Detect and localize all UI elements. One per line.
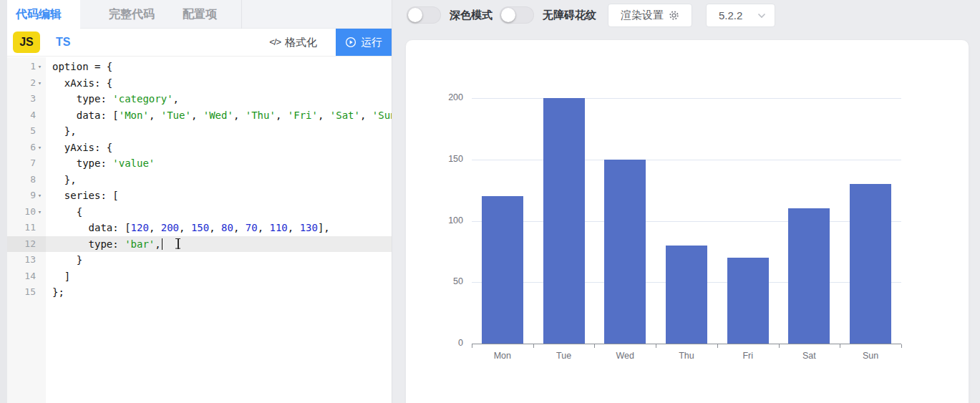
code-line-text: {	[46, 204, 82, 220]
editor-tab-bar: 代码编辑 完整代码 配置项	[7, 0, 392, 29]
version-value: 5.2.2	[719, 9, 742, 21]
line-number: 11	[7, 220, 46, 236]
line-number: 13	[7, 252, 46, 268]
toggle-knob	[408, 8, 422, 22]
chevron-down-icon	[757, 13, 766, 19]
x-axis-tick	[594, 344, 595, 348]
code-line-text: series: [	[46, 188, 119, 204]
code-line[interactable]: 9▾ series: [	[7, 188, 392, 204]
bar[interactable]	[543, 98, 585, 344]
code-line-text: },	[46, 123, 77, 140]
tab-separator	[241, 0, 242, 29]
fold-arrow-icon[interactable]: ▾	[36, 204, 44, 220]
x-axis-tick	[717, 344, 718, 348]
bar[interactable]	[482, 196, 523, 344]
code-line-text: }	[46, 252, 82, 268]
tab-code-edit[interactable]: 代码编辑	[16, 0, 62, 29]
code-line-text: type: 'category',	[46, 91, 179, 107]
x-axis-tick	[901, 344, 902, 348]
fold-arrow-icon[interactable]: ▾	[36, 75, 44, 92]
code-line-text: yAxis: {	[46, 140, 112, 156]
tab-config-options[interactable]: 配置项	[183, 0, 217, 29]
version-dropdown[interactable]: 5.2.2	[706, 4, 775, 27]
code-line[interactable]: 12 type: 'bar',	[7, 236, 392, 253]
code-line[interactable]: 13 }	[7, 252, 392, 268]
dark-mode-label: 深色模式	[450, 0, 493, 30]
code-line-text: xAxis: {	[46, 75, 112, 92]
x-axis-category-label: Sat	[779, 351, 840, 361]
code-lines: 1▾option = {2▾ xAxis: {3 type: 'category…	[7, 59, 392, 301]
preview-panel: 深色模式 无障碍花纹 渲染设置 5.2.2 050100150200MonTue…	[392, 0, 980, 403]
y-axis-tick-label: 100	[426, 215, 463, 225]
code-line-text: type: 'value'	[46, 155, 155, 172]
bar-chart[interactable]: 050100150200MonTueWedThuFriSatSun	[472, 98, 901, 344]
line-number: 6▾	[7, 140, 46, 156]
bar[interactable]	[604, 160, 646, 344]
y-axis-tick-label: 200	[426, 92, 463, 102]
code-format-icon: </>	[269, 29, 281, 56]
y-axis-tick-label: 50	[426, 276, 463, 286]
format-button-label: 格式化	[285, 29, 317, 56]
page-left-gutter	[0, 0, 7, 403]
x-axis-tick	[656, 344, 656, 348]
run-button[interactable]: 运行	[336, 29, 392, 56]
ts-language-button[interactable]: TS	[56, 31, 70, 53]
code-line[interactable]: 4 data: ['Mon', 'Tue', 'Wed', 'Thu', 'Fr…	[7, 107, 392, 124]
bar[interactable]	[727, 258, 769, 344]
code-line-text: option = {	[46, 59, 112, 75]
code-editor-panel: 代码编辑 完整代码 配置项 JS TS </> 格式化 运行 1▾option …	[7, 0, 392, 403]
code-line[interactable]: 1▾option = {	[7, 59, 392, 75]
line-number: 14	[7, 268, 46, 285]
code-line-text: },	[46, 172, 77, 188]
x-axis-line	[472, 344, 901, 344]
fold-arrow-icon[interactable]: ▾	[36, 140, 44, 156]
text-caret	[162, 238, 163, 250]
line-number: 5	[7, 123, 46, 140]
render-settings-button[interactable]: 渲染设置	[608, 4, 692, 27]
format-button[interactable]: </> 格式化	[269, 29, 317, 56]
line-number: 7	[7, 155, 46, 172]
x-axis-category-label: Mon	[472, 351, 533, 361]
code-line-text: data: [120, 200, 150, 80, 70, 110, 130],	[46, 220, 330, 236]
code-line[interactable]: 11 data: [120, 200, 150, 80, 70, 110, 13…	[7, 220, 392, 236]
editor-toolbar: JS TS </> 格式化 运行	[7, 29, 392, 57]
code-line-text: };	[46, 284, 64, 301]
code-line[interactable]: 14 ]	[7, 268, 392, 285]
bar[interactable]	[666, 246, 707, 344]
js-language-button[interactable]: JS	[13, 31, 40, 53]
line-number: 1▾	[7, 59, 46, 75]
code-line-text: data: ['Mon', 'Tue', 'Wed', 'Thu', 'Fri'…	[46, 107, 392, 124]
code-line[interactable]: 7 type: 'value'	[7, 155, 392, 172]
run-button-label: 运行	[361, 36, 382, 49]
code-line[interactable]: 3 type: 'category',	[7, 91, 392, 107]
x-axis-tick	[779, 344, 780, 348]
code-line[interactable]: 8 },	[7, 172, 392, 188]
code-line-text: type: 'bar',	[46, 236, 181, 253]
x-axis-tick	[840, 344, 840, 348]
code-line[interactable]: 6▾ yAxis: {	[7, 140, 392, 156]
x-axis-category-label: Sun	[840, 351, 901, 361]
bar[interactable]	[788, 208, 830, 344]
gear-icon	[669, 10, 679, 21]
dark-mode-toggle[interactable]	[407, 6, 441, 24]
decal-pattern-toggle[interactable]	[500, 6, 534, 24]
render-settings-label: 渲染设置	[621, 9, 664, 22]
code-line[interactable]: 2▾ xAxis: {	[7, 75, 392, 92]
line-number: 8	[7, 172, 46, 188]
fold-arrow-icon[interactable]: ▾	[36, 188, 44, 204]
code-line-text: ]	[46, 268, 70, 285]
code-line[interactable]: 5 },	[7, 123, 392, 140]
gridline	[472, 221, 901, 222]
x-axis-category-label: Tue	[533, 351, 595, 361]
code-editor[interactable]: 1▾option = {2▾ xAxis: {3 type: 'category…	[7, 57, 392, 403]
code-line[interactable]: 10▾ {	[7, 204, 392, 220]
bar[interactable]	[850, 184, 891, 344]
code-line[interactable]: 15};	[7, 284, 392, 301]
tab-full-code[interactable]: 完整代码	[109, 0, 155, 29]
decal-pattern-label: 无障碍花纹	[543, 0, 596, 30]
x-axis-tick	[472, 344, 472, 348]
y-axis-tick-label: 150	[426, 154, 463, 164]
line-number: 3	[7, 91, 46, 107]
fold-arrow-icon[interactable]: ▾	[36, 59, 44, 75]
line-number: 2▾	[7, 75, 46, 92]
